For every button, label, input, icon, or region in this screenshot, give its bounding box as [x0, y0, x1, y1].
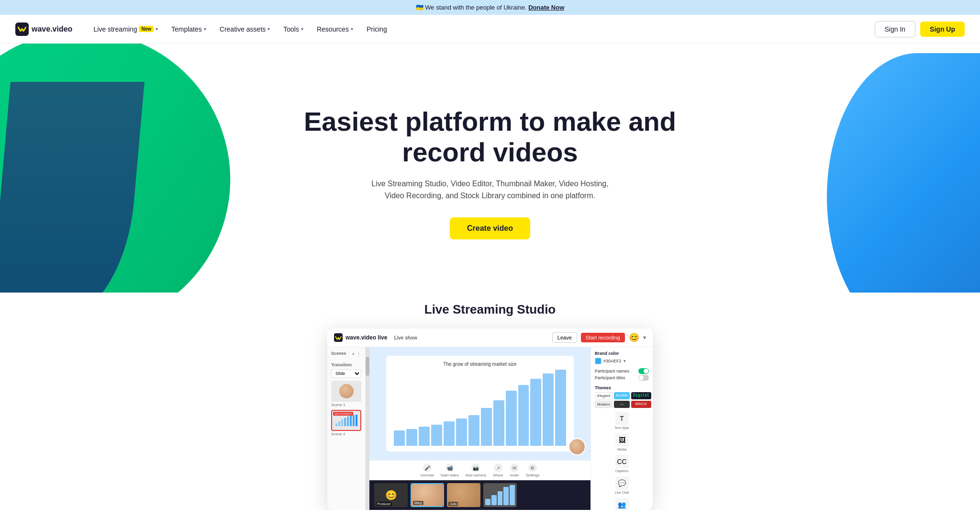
nav-templates[interactable]: Templates ▾ — [166, 22, 212, 37]
mary-name: Mary — [413, 501, 423, 505]
product-title: Live Streaming Studio — [424, 302, 556, 317]
live-chat-icon-item[interactable]: 💬 Live Chat — [595, 476, 649, 494]
nav-creative-assets[interactable]: Creative assets ▾ — [214, 22, 276, 37]
svg-rect-7 — [350, 416, 352, 426]
main-controls: 🎤 Unmute 📹 Start video 📷 Add camera ↗ Sh… — [369, 460, 590, 480]
signin-button[interactable]: Sign In — [875, 21, 916, 37]
bar-5 — [444, 421, 455, 446]
bar-8 — [481, 408, 492, 446]
nav-actions: Sign In Sign Up — [875, 21, 965, 37]
start-video-label: Start video — [441, 473, 459, 477]
bg-blue-shape — [827, 53, 980, 293]
participant-mary[interactable]: Mary — [411, 483, 444, 507]
text-style-icon-item[interactable]: T Text Style — [595, 412, 649, 429]
julia-name: Julia — [448, 502, 458, 506]
transition-select[interactable]: Slide — [331, 369, 361, 378]
chevron-icon: ▾ — [267, 26, 270, 32]
navbar: wave.video Live streaming New ▾ Template… — [0, 15, 980, 44]
scenes-label: Scenes — [331, 351, 346, 356]
svg-rect-5 — [344, 418, 346, 426]
theme-brick[interactable]: BRICK — [631, 401, 651, 408]
participant-names-toggle: Participant names — [595, 368, 649, 374]
logo[interactable]: wave.video — [15, 23, 72, 36]
scene-1-item[interactable]: Scene 1 — [331, 381, 361, 407]
settings-label: Settings — [525, 473, 539, 477]
hero-subtitle: Live Streaming Studio, Video Editor, Thu… — [366, 178, 614, 202]
participant-toggles-section: Participant names Participant titles — [595, 368, 649, 382]
color-dropdown-icon[interactable]: ▾ — [624, 359, 626, 363]
signup-button[interactable]: Sign Up — [920, 22, 965, 37]
app-live-label: Live show — [394, 335, 417, 340]
mini-bar-1 — [485, 499, 490, 505]
participant-chart[interactable] — [483, 483, 517, 507]
svg-rect-3 — [338, 421, 340, 426]
donate-link[interactable]: Donate Now — [528, 4, 564, 11]
scene-2-item[interactable]: ON SCREEN Scene 2 — [331, 410, 361, 436]
participant-julia[interactable]: Julia — [447, 483, 480, 507]
theme-digital[interactable]: Digital — [631, 392, 651, 399]
brand-color-title: Brand color — [595, 351, 649, 356]
nav-tools[interactable]: Tools ▾ — [278, 22, 309, 37]
scene-2-label: Scene 2 — [331, 432, 361, 436]
theme-modern[interactable]: Modern — [595, 401, 612, 408]
on-screen-badge: ON SCREEN — [333, 412, 353, 416]
start-recording-button[interactable]: Start recording — [581, 333, 625, 342]
nav-pricing[interactable]: Pricing — [361, 22, 393, 37]
media-icon-item[interactable]: 🖼 Media — [595, 433, 649, 451]
scenes-header: Scenes + ⋮ — [331, 351, 361, 357]
theme-dark[interactable]: — — [614, 401, 630, 408]
color-hex: #30AEF2 — [603, 359, 622, 363]
bar-6 — [456, 418, 467, 446]
app-logo-mini-icon — [334, 333, 343, 342]
themes-grid: Elegant Bubble Digital Modern — BRICK — [595, 392, 649, 408]
participant-titles-switch[interactable] — [638, 375, 649, 381]
bar-1 — [394, 430, 405, 446]
unmute-control[interactable]: 🎤 Unmute — [421, 463, 434, 477]
theme-bubble[interactable]: Bubble — [614, 392, 630, 399]
scene-menu-icon[interactable]: ⋮ — [356, 351, 361, 357]
bar-9 — [493, 400, 504, 446]
share-icon: ↗ — [494, 463, 502, 472]
avatar-corner — [568, 438, 586, 455]
add-camera-control[interactable]: 📷 Add camera — [466, 463, 486, 477]
participant-producer[interactable]: 😊 Producer — [374, 483, 408, 507]
create-video-button[interactable]: Create video — [450, 217, 530, 239]
nav-links: Live streaming New ▾ Templates ▾ Creativ… — [88, 22, 874, 37]
participant-titles-toggle: Participant titles — [595, 375, 649, 381]
svg-rect-2 — [335, 423, 337, 426]
logo-icon — [15, 23, 29, 36]
add-scene-icon[interactable]: + — [352, 351, 355, 357]
theme-elegant[interactable]: Elegant — [595, 392, 612, 399]
transition-label: Transition — [331, 362, 352, 367]
main-stage: The grow of streaming market size — [369, 347, 590, 460]
app-topbar: wave.video live Live show Leave Start re… — [327, 328, 653, 347]
color-swatch[interactable] — [595, 358, 601, 364]
settings-arrow-icon[interactable]: ▾ — [643, 334, 646, 341]
bar-12 — [530, 379, 541, 446]
participant-names-switch[interactable] — [638, 368, 649, 374]
app-main: The grow of streaming market size — [369, 347, 590, 510]
nav-live-streaming[interactable]: Live streaming New ▾ — [88, 22, 164, 37]
unmute-icon: 🎤 — [423, 463, 432, 472]
settings-icon: ⚙ — [528, 463, 537, 472]
unmute-label: Unmute — [421, 473, 434, 477]
mini-bar-5 — [510, 485, 515, 505]
invite-control[interactable]: ✉ Invite — [510, 463, 519, 477]
chart-title: The grow of streaming market size — [392, 362, 568, 367]
settings-control[interactable]: ⚙ Settings — [525, 463, 539, 477]
text-style-label: Text Style — [614, 426, 629, 429]
emoji-button[interactable]: 😊 — [629, 332, 639, 343]
banner-text: We stand with the people of Ukraine. — [425, 4, 526, 11]
nav-resources[interactable]: Resources ▾ — [311, 22, 359, 37]
leave-button[interactable]: Leave — [552, 332, 577, 343]
left-scrollbar[interactable] — [366, 347, 369, 510]
share-control[interactable]: ↗ Share — [493, 463, 503, 477]
share-label: Share — [493, 473, 503, 477]
text-style-icon: T — [615, 412, 629, 425]
guests-chat-icon-item[interactable]: 👥 Guests Chat — [595, 498, 649, 510]
mini-bar-3 — [498, 491, 503, 505]
start-video-control[interactable]: 📹 Start video — [441, 463, 459, 477]
themes-title: Themes — [595, 385, 649, 390]
captions-icon-item[interactable]: CC Captions — [595, 455, 649, 473]
chart-area: The grow of streaming market size — [386, 356, 574, 452]
